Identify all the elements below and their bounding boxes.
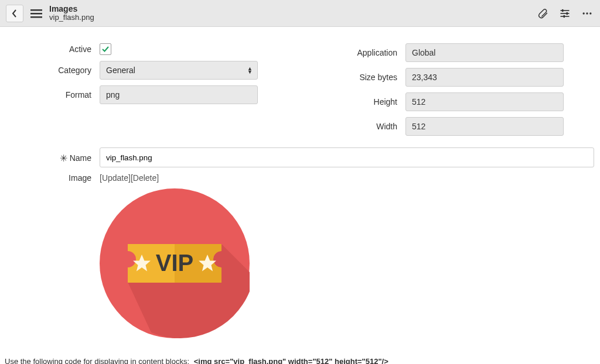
height-field: 512: [405, 92, 564, 111]
svg-text:VIP: VIP: [156, 250, 193, 276]
image-update-link[interactable]: [Update]: [100, 173, 131, 183]
application-value: Global: [412, 48, 435, 57]
header-subtitle: vip_flash.png: [49, 13, 94, 22]
width-value: 512: [412, 122, 425, 131]
paperclip-icon: [537, 8, 548, 19]
vip-badge-icon: VIP: [100, 188, 250, 338]
label-size-bytes: Size bytes: [312, 73, 405, 82]
header-titles: Images vip_flash.png: [49, 4, 94, 22]
svg-rect-1: [30, 13, 42, 15]
svg-rect-7: [567, 12, 568, 14]
format-value: png: [106, 90, 120, 99]
code-hint-snippet: <img src="vip_flash.png" width="512" hei…: [194, 357, 388, 364]
label-width: Width: [312, 122, 405, 131]
format-field: png: [100, 85, 258, 104]
header-actions: [536, 6, 594, 20]
attachment-button[interactable]: [536, 6, 550, 20]
label-active: Active: [6, 44, 100, 54]
header-title: Images: [49, 4, 94, 13]
more-horizontal-icon: [581, 8, 593, 19]
application-field: Global: [405, 43, 564, 62]
menu-button[interactable]: [28, 5, 45, 22]
hamburger-icon: [30, 9, 42, 18]
category-value: General: [106, 66, 135, 75]
select-arrows-icon: ▲▼: [247, 67, 253, 74]
category-select[interactable]: General ▲▼: [100, 61, 258, 80]
size-bytes-field: 23,343: [405, 68, 564, 87]
right-column: Application Global Size bytes 23,343 Hei…: [312, 43, 594, 142]
label-category: Category: [6, 66, 100, 75]
svg-rect-2: [30, 16, 42, 18]
label-image: Image: [6, 173, 100, 183]
svg-point-10: [586, 12, 588, 14]
left-column: Active Category General ▲▼: [6, 43, 288, 142]
settings-button[interactable]: [558, 6, 572, 20]
label-format: Format: [6, 90, 100, 99]
required-star-icon: ✳: [60, 153, 67, 163]
svg-rect-0: [30, 9, 42, 11]
form-area: Active Category General ▲▼: [0, 27, 600, 350]
sliders-icon: [559, 8, 571, 19]
svg-point-11: [589, 12, 591, 14]
label-name: ✳Name: [6, 152, 100, 163]
height-value: 512: [412, 97, 425, 107]
active-checkbox[interactable]: [100, 43, 111, 55]
code-hint-prefix: Use the following code for displaying in…: [5, 357, 189, 364]
header-bar: Images vip_flash.png: [0, 0, 600, 27]
image-actions: [Update][Delete]: [100, 173, 594, 183]
image-preview: VIP: [100, 188, 594, 338]
width-field: 512: [405, 117, 564, 136]
image-delete-link[interactable]: [Delete]: [131, 173, 159, 183]
svg-rect-6: [562, 9, 564, 11]
name-input[interactable]: [100, 147, 594, 167]
size-bytes-value: 23,343: [412, 73, 437, 82]
back-button[interactable]: [6, 5, 23, 22]
code-hint: Use the following code for displaying in…: [0, 350, 600, 364]
more-button[interactable]: [580, 6, 594, 20]
checkmark-icon: [101, 45, 110, 53]
svg-point-9: [583, 12, 585, 14]
label-height: Height: [312, 97, 405, 107]
svg-rect-8: [564, 15, 565, 17]
chevron-left-icon: [12, 9, 18, 18]
label-application: Application: [312, 48, 405, 57]
